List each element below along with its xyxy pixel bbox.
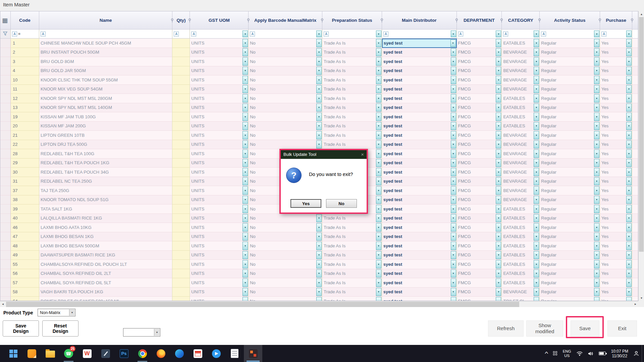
filter-name[interactable]: A — [39, 29, 173, 38]
cell-dropdown-button[interactable]: ▼ — [496, 196, 501, 204]
cell-dropdown-button[interactable]: ▼ — [594, 196, 599, 204]
cell-dropdown-button[interactable]: ▼ — [626, 39, 632, 47]
row-selector[interactable] — [0, 112, 11, 122]
grid-cell-department[interactable]: FMCG▼ — [457, 195, 502, 205]
yes-button[interactable]: Yes — [290, 199, 321, 208]
grid-cell-qty[interactable] — [172, 48, 190, 57]
cell-dropdown-button[interactable]: ▼ — [316, 104, 322, 112]
row-selector[interactable] — [0, 122, 11, 131]
filter-dropdown-button[interactable]: ▼ — [594, 31, 599, 37]
wifi-icon[interactable] — [574, 345, 585, 362]
cell-dropdown-button[interactable]: ▼ — [594, 122, 599, 130]
cell-dropdown-button[interactable]: ▼ — [376, 131, 381, 139]
cell-dropdown-button[interactable]: ▼ — [496, 214, 501, 223]
grid-cell-department[interactable]: FMCG▼ — [457, 168, 502, 177]
grid-cell-code[interactable]: 58 — [11, 288, 39, 297]
refresh-button[interactable]: Refresh — [488, 320, 524, 337]
grid-cell-gst_uom[interactable]: UNITS▼ — [190, 251, 249, 260]
cell-dropdown-button[interactable]: ▼ — [376, 57, 381, 66]
grid-cell-qty[interactable] — [172, 269, 190, 279]
grid-cell-qty[interactable] — [172, 214, 190, 223]
grid-cell-activity_status[interactable]: Regular▼ — [540, 149, 600, 159]
cell-dropdown-button[interactable]: ▼ — [594, 279, 599, 287]
cell-dropdown-button[interactable]: ▼ — [534, 186, 539, 195]
filter-edit-icon[interactable]: A — [12, 32, 17, 37]
cell-dropdown-button[interactable]: ▼ — [626, 104, 632, 112]
grid-cell-purchase[interactable]: Yes▼ — [600, 204, 632, 214]
grid-cell-activity_status[interactable]: Regular▼ — [540, 214, 600, 223]
grid-cell-department[interactable]: FMCG▼ — [457, 204, 502, 214]
grid-cell-main_distributor[interactable]: syed test▼ — [382, 131, 457, 140]
grid-cell-activity_status[interactable]: Regular▼ — [540, 57, 600, 66]
grid-cell-name[interactable]: LAXMI BHOG BESAN 500GM — [39, 241, 173, 251]
grid-cell-activity_status[interactable]: Regular▼ — [540, 112, 600, 122]
cell-dropdown-button[interactable]: ▼ — [243, 168, 248, 176]
grid-cell-qty[interactable] — [172, 223, 190, 232]
grid-cell-gst_uom[interactable]: UNITS▼ — [190, 149, 249, 159]
grid-cell-gst_uom[interactable]: UNITS▼ — [190, 214, 249, 223]
grid-cell-prep_status[interactable]: Trade As Is▼ — [322, 241, 382, 251]
grid-cell-gst_uom[interactable]: UNITS▼ — [190, 288, 249, 297]
grid-cell-main_distributor[interactable]: syed test▼ — [382, 112, 457, 122]
grid-cell-activity_status[interactable]: Regular▼ — [540, 122, 600, 131]
cell-dropdown-button[interactable]: ▼ — [534, 122, 539, 130]
grid-cell-category[interactable]: EATABLES▼ — [502, 122, 540, 131]
table-row[interactable]: 11KNOOR MIX VEG SOUP 54GMUNITS▼No▼Trade … — [0, 85, 638, 94]
cell-dropdown-button[interactable]: ▼ — [451, 140, 456, 149]
grid-cell-category[interactable]: BEVARAGE▼ — [502, 149, 540, 159]
grid-cell-purchase[interactable]: Yes▼ — [600, 168, 632, 177]
table-row[interactable]: 55CHAMBALSOYA REFINED OIL POUCH 1LTUNITS… — [0, 260, 638, 269]
cell-dropdown-button[interactable]: ▼ — [376, 94, 381, 103]
grid-cell-gst_uom[interactable]: UNITS▼ — [190, 269, 249, 279]
row-selector[interactable] — [0, 66, 11, 76]
cell-dropdown-button[interactable]: ▼ — [376, 205, 381, 213]
grid-cell-purchase[interactable]: Yes▼ — [600, 260, 632, 269]
cell-dropdown-button[interactable]: ▼ — [316, 251, 322, 259]
grid-cell-category[interactable]: EATABLES▼ — [502, 223, 540, 232]
grid-cell-gst_uom[interactable]: UNITS▼ — [190, 66, 249, 76]
filter-edit-icon[interactable]: A — [41, 32, 46, 37]
cell-dropdown-button[interactable]: ▼ — [243, 85, 248, 94]
grid-cell-main_distributor[interactable]: syed test▼ — [382, 48, 457, 57]
bottom-combo[interactable]: ▼ — [123, 328, 160, 337]
grid-cell-activity_status[interactable]: Regular▼ — [540, 186, 600, 195]
table-row[interactable]: 40LALQILLA BASMATI RICE 1KGUNITS▼No▼Trad… — [0, 214, 638, 223]
table-row[interactable]: 19KISSAN MF JAM TUB 100GUNITS▼No▼Trade A… — [0, 112, 638, 122]
grid-cell-qty[interactable] — [172, 159, 190, 168]
grid-cell-apply_barcode[interactable]: No▼ — [249, 278, 322, 288]
filter-edit-icon[interactable]: A — [503, 32, 508, 37]
grid-cell-main_distributor[interactable]: syed test▼ — [382, 149, 457, 159]
cell-dropdown-button[interactable]: ▼ — [376, 186, 381, 195]
grid-cell-name[interactable]: KNOOR SPY NDL MST MSL 140GM — [39, 103, 173, 113]
grid-cell-category[interactable]: EATABLES▼ — [502, 112, 540, 122]
grid-cell-prep_status[interactable]: Trade As Is▼ — [322, 57, 382, 66]
grid-cell-code[interactable]: 40 — [11, 214, 39, 223]
cell-dropdown-button[interactable]: ▼ — [534, 251, 539, 259]
grid-cell-main_distributor[interactable]: syed test▼ — [382, 85, 457, 94]
cell-dropdown-button[interactable]: ▼ — [594, 223, 599, 232]
taskbar-firefox[interactable] — [152, 345, 170, 362]
cell-dropdown-button[interactable]: ▼ — [594, 94, 599, 103]
cell-dropdown-button[interactable]: ▼ — [451, 205, 456, 213]
cell-dropdown-button[interactable]: ▼ — [594, 260, 599, 268]
grid-cell-activity_status[interactable]: Regular▼ — [540, 232, 600, 242]
grid-cell-prep_status[interactable]: Trade As Is▼ — [322, 288, 382, 297]
grid-cell-main_distributor[interactable]: syed test▼ — [382, 204, 457, 214]
cell-dropdown-button[interactable]: ▼ — [376, 76, 381, 84]
grid-cell-name[interactable]: KNOOR SPY NDL MST MSL 280GM — [39, 94, 173, 103]
filter-corner[interactable] — [0, 29, 11, 38]
grid-cell-main_distributor[interactable]: syed test▼ — [382, 288, 457, 297]
cell-dropdown-button[interactable]: ▼ — [243, 223, 248, 232]
cell-dropdown-button[interactable]: ▼ — [316, 242, 322, 250]
cell-dropdown-button[interactable]: ▼ — [496, 233, 501, 241]
cell-dropdown-button[interactable]: ▼ — [496, 279, 501, 287]
grid-cell-prep_status[interactable]: Trade As Is▼ — [322, 297, 382, 301]
grid-cell-apply_barcode[interactable]: No▼ — [249, 112, 322, 122]
grid-cell-gst_uom[interactable]: UNITS▼ — [190, 177, 249, 186]
grid-cell-apply_barcode[interactable]: No▼ — [249, 241, 322, 251]
grid-cell-category[interactable]: BEVARAGE▼ — [502, 186, 540, 195]
cell-dropdown-button[interactable]: ▼ — [626, 149, 632, 158]
grid-cell-main_distributor[interactable]: syed test▼ — [382, 241, 457, 251]
grid-cell-name[interactable]: LAXMI BHOG AATA 10KG — [39, 223, 173, 232]
filter-edit-icon[interactable]: A — [174, 32, 179, 37]
